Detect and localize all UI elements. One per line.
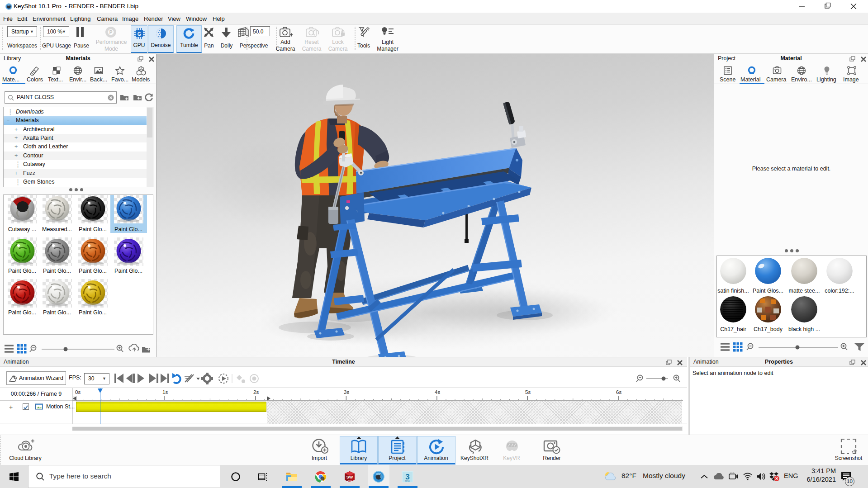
svg-text:P: P: [109, 30, 113, 35]
svg-text:2020: 2020: [347, 479, 352, 482]
svg-text:G: G: [137, 31, 141, 37]
svg-text:MAX: MAX: [405, 480, 410, 482]
svg-text:SW: SW: [346, 475, 353, 479]
